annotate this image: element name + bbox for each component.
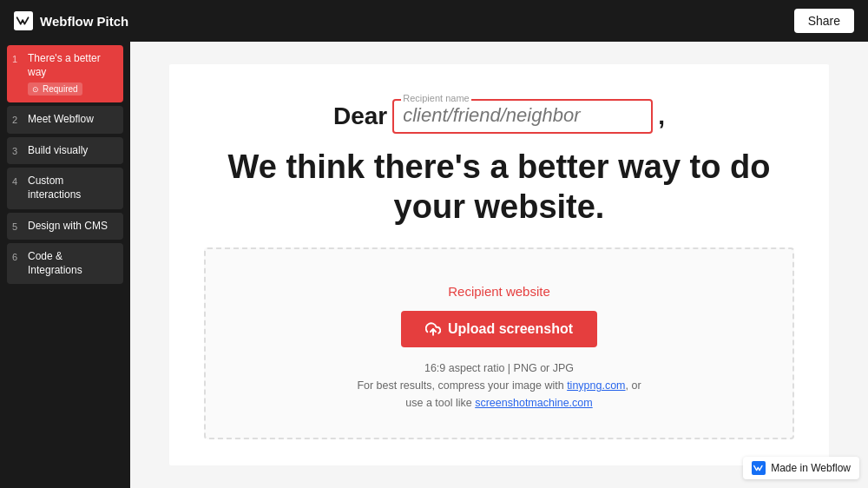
slide-number-3: 3 xyxy=(12,146,21,156)
recipient-name-input[interactable] xyxy=(403,104,642,127)
sidebar-item-3[interactable]: 3 Build visually xyxy=(7,137,123,165)
logo: Webflow Pitch xyxy=(14,11,128,30)
recipient-input-wrapper: Recipient name xyxy=(392,99,653,134)
share-button[interactable]: Share xyxy=(794,9,854,33)
made-in-webflow-text: Made in Webflow xyxy=(771,462,851,474)
main-layout: 1 There's a better way ⊙ Required 2 Meet… xyxy=(0,42,868,488)
upload-info-comma: , or xyxy=(626,379,641,392)
tinypng-link[interactable]: tinypng.com xyxy=(567,379,625,392)
slide-label-3: Build visually xyxy=(28,144,88,158)
upload-info-line1: 16:9 aspect ratio | PNG or JPG xyxy=(424,362,574,374)
sidebar-item-1[interactable]: 1 There's a better way ⊙ Required xyxy=(7,45,123,102)
slide-number-1: 1 xyxy=(12,54,21,64)
dear-text: Dear xyxy=(333,102,387,130)
sidebar-item-5[interactable]: 5 Design with CMS xyxy=(7,213,123,241)
sidebar-item-4[interactable]: 4 Custom interactions xyxy=(7,168,123,208)
slide-number-4: 4 xyxy=(12,176,21,187)
slide-label-1: There's a better way xyxy=(28,52,118,79)
slide-label-6: Code & Integrations xyxy=(28,250,118,277)
slide-label-5: Design with CMS xyxy=(28,220,108,234)
webflow-logo-icon xyxy=(14,11,33,30)
slide-content-area: Dear Recipient name , We think there's a… xyxy=(130,42,868,488)
upload-info-line2: For best results, compress your image wi… xyxy=(357,379,563,392)
slide-main: Dear Recipient name , We think there's a… xyxy=(169,64,829,465)
required-icon: ⊙ xyxy=(32,85,39,94)
recipient-label: Recipient name xyxy=(401,93,470,103)
dear-row: Dear Recipient name , xyxy=(333,99,665,134)
upload-area: Recipient website Upload screenshot 16:9… xyxy=(204,247,794,439)
badge-text-1: Required xyxy=(43,84,78,94)
screenshotmachine-link[interactable]: screenshotmachine.com xyxy=(475,397,592,409)
slide-label-4: Custom interactions xyxy=(28,175,118,201)
slide-headline: We think there's a better way to do your… xyxy=(204,148,794,227)
logo-text: Webflow Pitch xyxy=(40,14,128,29)
upload-cloud-icon xyxy=(425,321,441,337)
comma: , xyxy=(658,102,665,130)
upload-button-label: Upload screenshot xyxy=(448,321,573,337)
sidebar-item-6[interactable]: 6 Code & Integrations xyxy=(7,243,123,284)
slide-number-5: 5 xyxy=(12,221,21,232)
header: Webflow Pitch Share xyxy=(0,0,868,42)
made-in-webflow-badge: Made in Webflow xyxy=(743,457,859,479)
sidebar-item-2[interactable]: 2 Meet Webflow xyxy=(7,106,123,134)
recipient-website-label: Recipient website xyxy=(448,284,550,299)
upload-info: 16:9 aspect ratio | PNG or JPG For best … xyxy=(357,359,641,412)
webflow-badge-icon xyxy=(752,461,766,475)
slide-number-2: 2 xyxy=(12,115,21,125)
slide-label-2: Meet Webflow xyxy=(28,113,94,127)
upload-info-line3: use a tool like xyxy=(405,397,471,409)
slide-number-6: 6 xyxy=(12,252,21,262)
slide-badge-1: ⊙ Required xyxy=(28,82,82,96)
sidebar: 1 There's a better way ⊙ Required 2 Meet… xyxy=(0,42,130,488)
upload-screenshot-button[interactable]: Upload screenshot xyxy=(401,311,597,347)
